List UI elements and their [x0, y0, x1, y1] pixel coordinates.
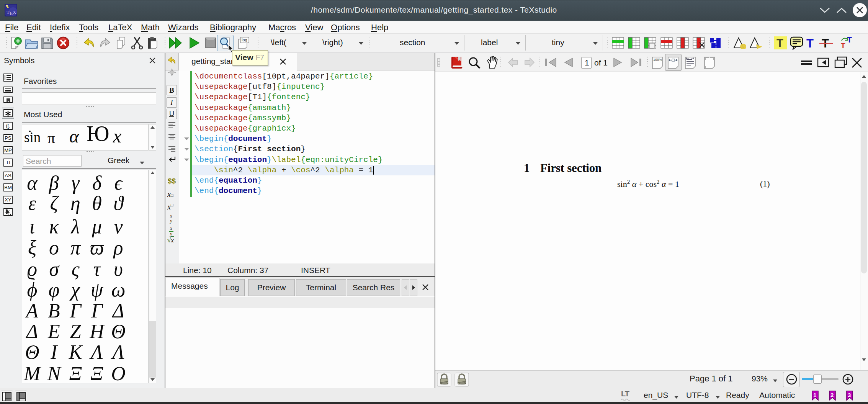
- svg-text:3: 3: [848, 392, 851, 398]
- svg-text:1: 1: [813, 392, 816, 398]
- svg-text:100%: 100%: [653, 58, 662, 62]
- svg-text:2: 2: [830, 392, 834, 398]
- svg-text:log: log: [242, 38, 247, 42]
